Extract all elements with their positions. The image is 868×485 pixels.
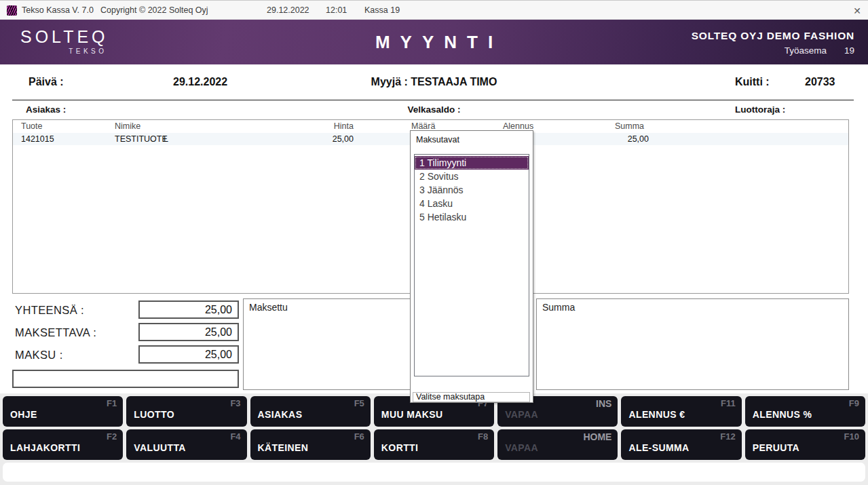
button-asiakas[interactable]: F5ASIAKAS [250, 396, 371, 427]
credit-limit-label: Luottoraja : [735, 104, 785, 115]
button-label: ALENNUS € [628, 409, 685, 420]
app-header: SOLTEQ TEKSO MYYNTI SOLTEQ OYJ DEMO FASH… [0, 20, 868, 64]
fkey-label: F6 [354, 431, 364, 442]
close-icon[interactable]: ✕ [853, 5, 861, 16]
button-kortti[interactable]: F8KORTTI [374, 429, 494, 460]
fkey-label: F9 [849, 398, 859, 408]
list-item-tilimyynti[interactable]: 1 Tilimyynti [415, 156, 529, 170]
payment-methods-dialog: Maksutavat 1 Tilimyynti 2 Sovitus 3 Jään… [410, 130, 533, 403]
titlebar: Tekso Kassa V. 7.0 Copyright © 2022 Solt… [0, 0, 868, 20]
payment-value-field[interactable]: 25,00 [138, 345, 239, 364]
paid-panel-label: Maksettu [249, 302, 288, 313]
button-label: LUOTTO [134, 409, 174, 420]
footer-input-bar[interactable] [3, 463, 865, 482]
col-header-maara: Määrä [411, 121, 435, 131]
button-label: VALUUTTA [134, 442, 186, 453]
button-label: ASIAKAS [258, 409, 303, 420]
message-field[interactable] [12, 370, 239, 388]
col-header-hinta: Hinta [312, 121, 354, 131]
col-header-nimike: Nimike [115, 121, 140, 131]
fkey-label: HOME [583, 431, 611, 442]
button-label: OHJE [10, 409, 37, 420]
pos-window: Tekso Kassa V. 7.0 Copyright © 2022 Solt… [0, 0, 868, 485]
fkey-label: F11 [721, 398, 736, 408]
fkey-label: INS [596, 398, 611, 409]
workstation-value: 19 [844, 45, 854, 56]
list-item-lasku[interactable]: 4 Lasku [415, 197, 529, 210]
sum-panel: Summa [536, 298, 849, 390]
total-value-field[interactable]: 25,00 [138, 300, 239, 319]
button-kateinen[interactable]: F6KÄTEINEN [250, 429, 371, 460]
col-header-tuote: Tuote [21, 121, 43, 131]
button-ohje[interactable]: F1OHJE [3, 396, 123, 427]
store-info: SOLTEQ OYJ DEMO FASHION Työasema19 [692, 30, 854, 56]
cell-summa: 25,00 [597, 134, 649, 144]
receipt-label: Kuitti : [735, 76, 770, 88]
button-vapaa-home: HOMEVAPAA [497, 429, 618, 460]
copyright-text: Copyright © 2022 Solteq Oyj [100, 5, 208, 15]
button-label: MUU MAKSU [381, 409, 443, 420]
fkey-label: F8 [478, 431, 488, 442]
button-label: LAHJAKORTTI [10, 442, 80, 453]
function-button-grid: F1OHJE F3LUOTTO F5ASIAKAS F7MUU MAKSU IN… [3, 396, 865, 460]
button-label: ALE-SUMMA [628, 442, 689, 453]
button-peruuta[interactable]: F10PERUUTA [745, 429, 865, 460]
receipt-number: 20733 [805, 76, 835, 88]
fkey-label: F2 [107, 431, 117, 442]
total-label: YHTEENSÄ : [15, 304, 84, 317]
fkey-label: F1 [107, 398, 117, 408]
button-label: PERUUTA [753, 442, 799, 453]
col-header-alennus: Alennus [503, 121, 533, 131]
payment-label: MAKSU : [15, 349, 63, 362]
cell-hinta: 25,00 [312, 134, 354, 144]
sum-panel-label: Summa [542, 302, 575, 313]
app-title: Tekso Kassa V. 7.0 [22, 5, 94, 15]
workstation-label: Työasema [785, 45, 827, 56]
button-alennus-euro[interactable]: F11ALENNUS € [621, 396, 741, 427]
col-header-summa: Summa [615, 121, 644, 131]
dialog-title: Maksutavat [416, 135, 459, 144]
button-label: ALENNUS % [753, 409, 812, 420]
fkey-label: F3 [230, 398, 240, 408]
fkey-label: F12 [720, 431, 735, 442]
button-label: KÄTEINEN [258, 442, 309, 453]
cell-tuote: 1421015 [21, 134, 54, 144]
button-label: KORTTI [381, 442, 419, 453]
payable-value-field[interactable]: 25,00 [138, 323, 239, 341]
payment-methods-list: 1 Tilimyynti 2 Sovitus 3 Jäännös 4 Lasku… [414, 154, 529, 376]
receipt-info-section: Päivä : 29.12.2022 Myyjä : TESTAAJA TIMO… [0, 64, 868, 119]
button-ale-summa[interactable]: F12ALE-SUMMA [621, 429, 741, 460]
list-item-sovitus[interactable]: 2 Sovitus [415, 170, 529, 183]
store-name: SOLTEQ OYJ DEMO FASHION [692, 30, 854, 42]
fkey-label: F4 [230, 431, 240, 442]
button-label: VAPAA [505, 409, 538, 420]
fkey-label: F10 [844, 431, 859, 442]
cell-koko: L [164, 134, 168, 144]
cell-nimike: TESTITUOTE [115, 134, 168, 144]
list-item-hetilasku[interactable]: 5 Hetilasku [415, 210, 529, 224]
button-alennus-prosentti[interactable]: F9ALENNUS % [745, 396, 865, 427]
workstation-line: Työasema19 [692, 45, 854, 56]
function-button-bar: F1OHJE F3LUOTTO F5ASIAKAS F7MUU MAKSU IN… [0, 393, 868, 485]
titlebar-time: 12:01 [326, 5, 347, 15]
list-item-jaannos[interactable]: 3 Jäännös [415, 183, 529, 197]
info-divider [12, 100, 854, 100]
button-label: VAPAA [505, 442, 538, 453]
titlebar-date: 29.12.2022 [267, 5, 309, 15]
dialog-status-text: Valitse maksutapa [413, 392, 530, 402]
button-valuutta[interactable]: F4VALUUTTA [126, 429, 246, 460]
button-luotto[interactable]: F3LUOTTO [126, 396, 246, 427]
titlebar-station: Kassa 19 [364, 5, 400, 15]
payable-label: MAKSETTAVA : [15, 326, 96, 339]
button-lahjakortti[interactable]: F2LAHJAKORTTI [3, 429, 123, 460]
fkey-label: F5 [354, 398, 364, 408]
tekso-logo-icon [7, 5, 17, 16]
